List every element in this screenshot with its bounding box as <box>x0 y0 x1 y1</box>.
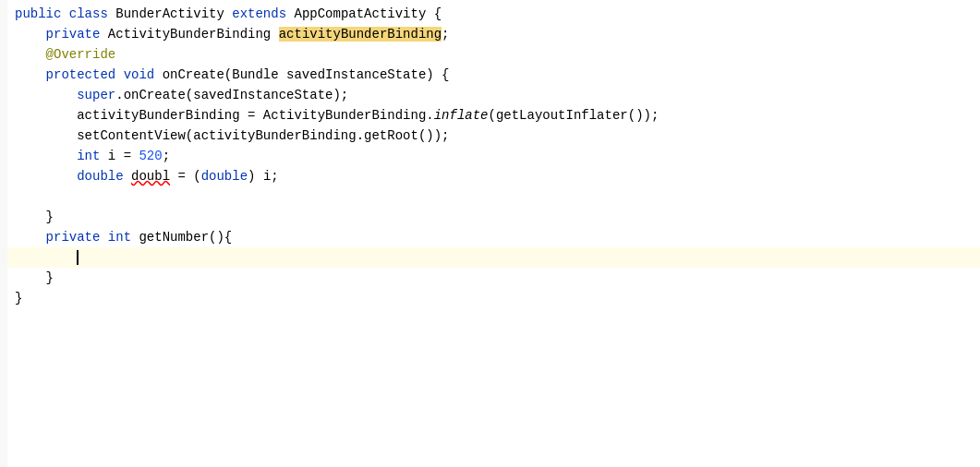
token-varname: activityBunderBinding <box>279 27 442 42</box>
token-protected: protected <box>46 67 124 82</box>
code-line-12: private int getNumber(){ <box>7 227 980 247</box>
token-setcontent: setContentView(activityBunderBinding.get… <box>77 128 449 143</box>
token-parent: AppCompatActivity { <box>294 6 442 21</box>
token-indent9 <box>15 169 77 184</box>
code-line-10 <box>7 186 980 207</box>
text-cursor <box>77 250 79 265</box>
token-semi: ; <box>442 27 449 42</box>
code-line-11: } <box>7 207 980 227</box>
token-cast2: ) i; <box>248 169 279 184</box>
token-cast: = ( <box>170 169 201 184</box>
token-getnumber: getNumber(){ <box>139 230 232 245</box>
code-area[interactable]: public class BunderActivity extends AppC… <box>7 0 980 467</box>
token-classname: BunderActivity <box>115 6 232 21</box>
code-line-5: super.onCreate(savedInstanceState); <box>7 85 980 105</box>
code-line-4: protected void onCreate(Bundle savedInst… <box>7 65 980 85</box>
token-indent2 <box>15 27 46 42</box>
token-private2: private <box>46 230 108 245</box>
token-empty <box>15 189 22 204</box>
code-line-3: @Override <box>7 44 980 65</box>
token-int2: int <box>108 230 139 245</box>
token-indent5 <box>15 88 77 102</box>
token-inflate: inflate <box>434 108 489 123</box>
token-binding-assign: activityBunderBinding = ActivityBunderBi… <box>77 108 433 123</box>
code-line-13 <box>7 247 980 268</box>
code-line-7: setContentView(activityBunderBinding.get… <box>7 126 980 146</box>
token-extends: extends <box>232 6 294 21</box>
token-indent4 <box>15 67 46 82</box>
token-inflate-arg: (getLayoutInflater()); <box>489 108 659 123</box>
token-indent13 <box>15 250 77 265</box>
token-close1: } <box>15 210 54 224</box>
token-type: ActivityBunderBinding <box>108 27 279 42</box>
token-indent3 <box>15 47 46 62</box>
code-line-1: public class BunderActivity extends AppC… <box>7 4 980 24</box>
code-line-8: int i = 520; <box>7 146 980 166</box>
code-container: public class BunderActivity extends AppC… <box>0 0 980 467</box>
token-semi2: ; <box>163 149 170 163</box>
token-indent8 <box>15 149 77 163</box>
token-indent12 <box>15 230 46 245</box>
token-indent6 <box>15 108 77 123</box>
token-close2: } <box>15 270 54 285</box>
token-super: super <box>77 88 115 102</box>
left-gutter <box>0 0 7 467</box>
token-double: double <box>77 169 131 184</box>
code-editor: public class BunderActivity extends AppC… <box>0 0 980 467</box>
code-line-14: } <box>7 268 980 288</box>
code-line-2: private ActivityBunderBinding activityBu… <box>7 24 980 44</box>
token-class: class <box>69 6 115 21</box>
code-line-15: } <box>7 288 980 308</box>
token-private: private <box>46 27 108 42</box>
token-520: 520 <box>139 149 162 163</box>
token-public: public <box>15 6 69 21</box>
token-oncreate: onCreate(Bundle savedInstanceState) { <box>163 67 450 82</box>
token-doubl: doubl <box>131 169 170 184</box>
code-line-6: activityBunderBinding = ActivityBunderBi… <box>7 105 980 126</box>
token-int: int <box>77 149 108 163</box>
token-indent7 <box>15 128 77 143</box>
token-double-cast: double <box>201 169 248 184</box>
token-i-assign: i = <box>108 149 139 163</box>
token-close3: } <box>15 291 22 305</box>
token-super-call: .onCreate(savedInstanceState); <box>115 88 348 102</box>
code-line-9: double doubl = (double) i; <box>7 166 980 186</box>
token-void: void <box>124 67 163 82</box>
token-annotation: @Override <box>46 47 116 62</box>
